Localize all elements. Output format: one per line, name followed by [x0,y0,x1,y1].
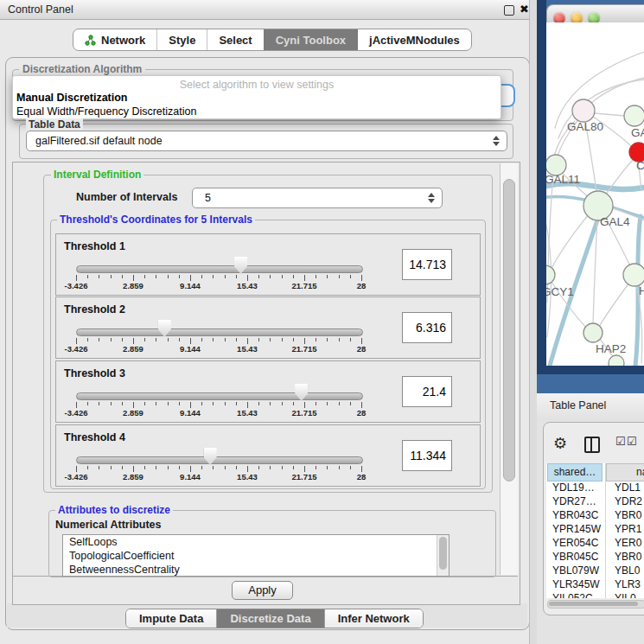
threshold-value-field[interactable]: 14.713 [402,249,452,280]
scrollbar-thumb[interactable] [503,179,515,481]
tab-select[interactable]: Select [207,29,263,50]
tab-jactivemnodules[interactable]: jActiveMNodules [357,29,471,50]
tick-mark [87,402,88,405]
threshold-value: 11.344 [410,441,446,470]
tick-mark [236,275,237,278]
attribute-list-item[interactable]: TopologicalCoefficient [63,549,449,563]
table-row[interactable]: YER054CYER0 [546,537,644,551]
cell-name: YDL1 [615,481,641,494]
tick-mark [168,402,169,405]
table-settings-gear-icon[interactable]: ⚙ [553,434,567,453]
tab-impute-data[interactable]: Impute Data [126,609,216,628]
slider-track[interactable] [76,456,363,464]
tick-mark [111,275,112,278]
table-row[interactable]: YDR27…YDR2 [546,495,644,509]
tick-label: 9.144 [180,408,201,418]
tick-mark [76,275,77,281]
tick-label: 2.859 [123,344,143,354]
threshold-value-field[interactable]: 21.4 [402,376,452,407]
attribute-list-item[interactable]: BetweennessCentrality [63,563,449,577]
network-node[interactable] [623,264,644,286]
tick-label: 28 [357,344,367,354]
tick-mark [316,275,316,278]
network-canvas[interactable]: GAL80GACGAL11GAL4GCY1HHAP2 [546,22,644,366]
tick-label: -3.426 [65,344,88,354]
cell-name: YBR0 [615,551,641,563]
table-data-group-title: Table Data [26,118,83,131]
number-of-intervals-combobox[interactable]: 5 [192,188,443,208]
tick-mark [111,402,112,405]
column-header-shared-name[interactable]: shared… [547,463,603,481]
algorithm-option-1[interactable]: Manual Discretization [16,92,128,104]
tick-mark [361,402,362,408]
slider-track[interactable] [76,328,363,336]
column-header-name[interactable]: na [606,463,644,481]
tick-mark [168,338,169,341]
cell-shared-name: YBL079W [552,564,599,577]
tick-mark [156,402,156,405]
attributes-group-title: Attributes to discretize [55,504,173,516]
table-row[interactable]: YLR345WYLR3 [546,578,644,592]
tick-mark [201,275,202,278]
tick-mark [247,338,248,344]
table-data-combobox[interactable]: galFiltered.sif default node [26,131,507,151]
tab-cyni-toolbox[interactable]: Cyni Toolbox [264,29,357,50]
algorithm-option-2[interactable]: Equal Width/Frequency Discretization [16,105,196,118]
tab-network[interactable]: Network [73,29,156,50]
cell-name: YLR3 [615,578,641,590]
tick-mark [350,466,351,469]
network-graph[interactable]: GAL80GACGAL11GAL4GCY1HHAP2 [546,22,644,366]
tab-discretize-data[interactable]: Discretize Data [216,609,323,628]
algorithm-dropdown-popup: Select algorithm to view settings Manual… [12,75,501,119]
checkbox-icon[interactable]: ☑ [627,435,637,448]
scrollbar-thumb[interactable] [549,602,638,606]
settings-vertical-scrollbar[interactable] [500,163,518,575]
table-horizontal-scrollbar[interactable] [547,600,644,609]
table-row[interactable]: YPR145WYPR1 [546,523,644,537]
tick-label: 9.144 [180,281,201,290]
tick-mark [304,338,305,344]
checkbox-icon[interactable]: ☑ [615,435,626,448]
tick-mark [304,466,305,472]
tab-style[interactable]: Style [156,29,207,50]
slider-track[interactable] [76,392,363,400]
thresholds-group-title: Threshold's Coordinates for 5 Intervals [57,214,255,226]
split-columns-icon[interactable] [584,437,600,453]
network-node[interactable] [624,105,644,126]
table-row[interactable]: YBR045CYBR0 [546,551,644,564]
attribute-list-item[interactable]: SelfLoops [63,535,449,549]
network-node[interactable] [583,323,603,342]
network-node[interactable] [572,99,595,122]
apply-button[interactable]: Apply [232,581,293,600]
algorithm-placeholder-option[interactable]: Select algorithm to view settings [13,79,501,91]
tab-infer-network[interactable]: Infer Network [324,609,423,628]
tick-mark [282,466,283,469]
threshold-panel-4: Threshold 4-3.4262.8599.14415.4321.71528… [55,424,481,487]
tick-mark [270,402,271,405]
numerical-attributes-list[interactable]: SelfLoopsTopologicalCoefficientBetweenne… [62,534,450,577]
tick-mark [282,402,283,405]
list-scrollbar[interactable] [437,535,449,576]
float-window-icon[interactable] [504,5,514,16]
cell-shared-name: YIL052C [552,592,593,598]
tick-mark [327,402,328,405]
network-node[interactable] [546,265,555,284]
network-window-titlebar[interactable] [546,4,644,24]
tick-mark [361,275,362,281]
threshold-value-field[interactable]: 11.344 [402,440,452,471]
scrollbar-thumb[interactable] [439,537,447,570]
table-row[interactable]: YDL19…YDL1 [546,481,644,495]
table-row[interactable]: YBR043CYBR0 [546,509,644,523]
threshold-value-field[interactable]: 6.316 [402,312,452,343]
threshold-panel-2: Threshold 2-3.4262.8599.14415.4321.71528… [55,296,481,359]
table-row[interactable]: YIL052CYIL0 [546,592,644,598]
close-panel-icon[interactable]: ✖ [520,3,529,16]
table-rows: YDL19…YDL1YDR27…YDR2YBR043CYBR0YPR145WYP… [546,481,644,598]
table-row[interactable]: YBL079WYBL0 [546,564,644,578]
slider-track[interactable] [76,265,363,273]
tick-mark [282,275,283,278]
tick-label: 21.715 [291,472,316,481]
network-edge [603,159,634,199]
tick-mark [350,402,351,405]
network-node[interactable] [609,355,624,366]
